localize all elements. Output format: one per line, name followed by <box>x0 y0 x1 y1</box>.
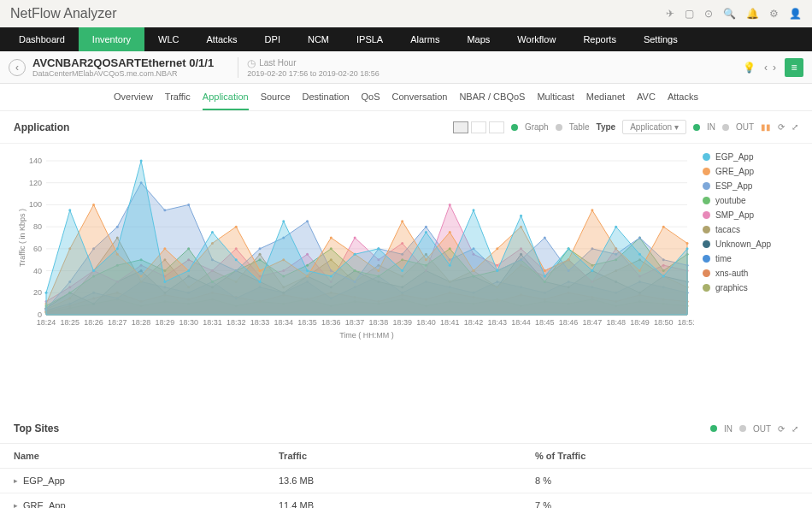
svg-text:80: 80 <box>33 222 42 231</box>
dot-icon <box>556 124 562 131</box>
chart-style-bar-icon[interactable] <box>471 121 486 133</box>
tab-traffic[interactable]: Traffic <box>165 84 191 110</box>
expand-icon[interactable]: ⤢ <box>791 424 798 434</box>
chart-style-area-icon[interactable] <box>453 121 468 133</box>
nav-settings[interactable]: Settings <box>630 27 691 51</box>
svg-point-259 <box>496 247 498 250</box>
svg-point-292 <box>615 226 617 228</box>
table-row[interactable]: ▸GRE_App11.4 MB7 % <box>0 493 812 508</box>
menu-toggle[interactable]: ≡ <box>785 58 803 77</box>
tab-medianet[interactable]: Medianet <box>586 84 625 110</box>
search-icon[interactable]: 🔍 <box>723 8 736 20</box>
legend-item[interactable]: time <box>703 254 798 263</box>
tab-qos[interactable]: QoS <box>362 84 380 110</box>
tab-application[interactable]: Application <box>203 84 249 110</box>
type-select[interactable]: Application ▾ <box>622 120 686 134</box>
nav-alarms[interactable]: Alarms <box>397 27 453 51</box>
table-row[interactable]: ▸EGP_App13.6 MB8 % <box>0 469 812 493</box>
panel-title: Application <box>14 121 69 133</box>
tab-avc[interactable]: AVC <box>637 84 656 110</box>
tab-overview[interactable]: Overview <box>114 84 153 110</box>
col-traffic[interactable]: Traffic <box>279 451 535 461</box>
legend-item[interactable]: Unknown_App <box>703 239 798 249</box>
svg-text:18:32: 18:32 <box>227 318 246 327</box>
legend-item[interactable]: ESP_App <box>703 181 798 191</box>
legend-item[interactable]: youtube <box>703 196 798 205</box>
out-toggle[interactable]: OUT <box>736 122 754 132</box>
back-button[interactable]: ‹ <box>9 59 26 76</box>
type-label: Type <box>597 122 616 132</box>
row-traffic: 11.4 MB <box>279 500 535 508</box>
svg-point-282 <box>377 247 380 250</box>
refresh-icon[interactable]: ⟳ <box>778 122 785 132</box>
time-label[interactable]: Last Hour <box>259 58 296 68</box>
tab-source[interactable]: Source <box>261 84 291 110</box>
prev-arrow[interactable]: ‹ <box>764 62 768 74</box>
nav-ipsla[interactable]: IPSLA <box>343 27 397 51</box>
tab-conversation[interactable]: Conversation <box>392 84 448 110</box>
next-arrow[interactable]: › <box>773 62 776 74</box>
lightbulb-icon[interactable]: 💡 <box>743 62 756 74</box>
nav-maps[interactable]: Maps <box>453 27 503 51</box>
svg-text:40: 40 <box>33 267 42 275</box>
legend-dot-icon <box>703 168 710 175</box>
bar-chart-icon[interactable]: ▮▮ <box>761 122 771 132</box>
chevron-right-icon: ▸ <box>14 501 18 508</box>
nav-dpi[interactable]: DPI <box>251 27 294 51</box>
svg-text:18:34: 18:34 <box>274 318 294 327</box>
svg-text:18:31: 18:31 <box>203 318 222 327</box>
view-graph-toggle[interactable]: Graph <box>525 122 549 132</box>
legend-label: SMP_App <box>715 210 754 220</box>
dot-icon <box>722 124 729 131</box>
svg-text:100: 100 <box>29 200 42 209</box>
svg-text:18:33: 18:33 <box>250 318 270 327</box>
nav-dashboard[interactable]: Dashboard <box>5 27 79 51</box>
row-name: EGP_App <box>23 476 65 486</box>
svg-text:18:37: 18:37 <box>345 318 365 327</box>
expand-icon[interactable]: ⤢ <box>791 122 798 132</box>
out-toggle-table[interactable]: OUT <box>753 424 771 434</box>
monitor-icon[interactable]: ▢ <box>685 8 694 20</box>
tab-multicast[interactable]: Multicast <box>537 84 574 110</box>
tab-attacks[interactable]: Attacks <box>668 84 698 110</box>
in-toggle[interactable]: IN <box>707 122 715 132</box>
clock-icon: ◷ <box>247 57 256 69</box>
tab-destination[interactable]: Destination <box>303 84 350 110</box>
nav-workflow[interactable]: Workflow <box>503 27 569 51</box>
refresh-icon[interactable]: ⟳ <box>778 424 785 434</box>
svg-point-277 <box>259 281 262 283</box>
legend-item[interactable]: tacacs <box>703 225 798 234</box>
nav-wlc[interactable]: WLC <box>144 27 192 51</box>
legend-item[interactable]: GRE_App <box>703 167 798 176</box>
svg-point-286 <box>473 209 475 211</box>
svg-text:120: 120 <box>29 179 42 187</box>
tab-nbar-cbqos[interactable]: NBAR / CBQoS <box>459 84 525 110</box>
col-pct[interactable]: % of Traffic <box>535 451 798 461</box>
svg-text:18:42: 18:42 <box>464 318 484 327</box>
legend-label: tacacs <box>715 225 740 234</box>
in-toggle-table[interactable]: IN <box>724 424 733 434</box>
svg-text:18:41: 18:41 <box>440 318 460 327</box>
legend-item[interactable]: SMP_App <box>703 210 798 220</box>
legend-item[interactable]: EGP_App <box>703 152 798 162</box>
nav-attacks[interactable]: Attacks <box>193 27 251 51</box>
nav-ncm[interactable]: NCM <box>294 27 343 51</box>
headset-icon[interactable]: ⊙ <box>704 8 713 20</box>
legend-item[interactable]: xns-auth <box>703 269 798 278</box>
svg-text:18:35: 18:35 <box>297 318 317 327</box>
svg-point-233 <box>544 237 546 239</box>
rocket-icon[interactable]: ✈ <box>666 8 674 20</box>
chart-style-line-icon[interactable] <box>489 121 504 133</box>
col-name[interactable]: Name <box>14 451 279 461</box>
view-table-toggle[interactable]: Table <box>569 122 590 132</box>
svg-point-248 <box>235 226 238 228</box>
dot-icon <box>693 124 700 131</box>
nav-reports[interactable]: Reports <box>569 27 630 51</box>
nav-inventory[interactable]: Inventory <box>79 27 144 51</box>
bell-icon[interactable]: 🔔 <box>746 8 759 20</box>
chevron-right-icon: ▸ <box>14 476 18 485</box>
gear-icon[interactable]: ⚙ <box>769 8 779 20</box>
legend-item[interactable]: graphics <box>703 283 798 292</box>
legend-dot-icon <box>703 255 710 263</box>
user-icon[interactable]: 👤 <box>789 8 802 20</box>
